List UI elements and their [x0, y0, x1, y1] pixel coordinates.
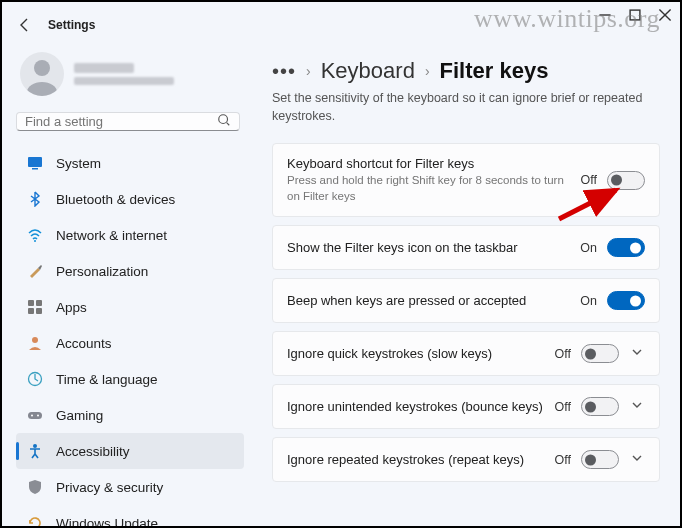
svg-point-18 — [33, 444, 37, 448]
window-title: Settings — [48, 18, 95, 32]
gamepad-icon — [26, 406, 44, 424]
page-subtitle: Set the sensitivity of the keyboard so i… — [272, 90, 652, 125]
sidebar-item-label: Privacy & security — [56, 480, 163, 495]
sidebar-item-bluetooth[interactable]: Bluetooth & devices — [16, 181, 244, 217]
sidebar-item-apps[interactable]: Apps — [16, 289, 244, 325]
svg-point-13 — [32, 337, 38, 343]
sidebar-item-accounts[interactable]: Accounts — [16, 325, 244, 361]
svg-rect-15 — [28, 412, 42, 419]
svg-point-16 — [31, 415, 33, 417]
user-account-row[interactable] — [16, 46, 244, 106]
back-button[interactable] — [16, 16, 34, 34]
toggle-state-label: On — [580, 294, 597, 308]
toggle-state-label: Off — [555, 400, 571, 414]
toggle-switch[interactable] — [581, 344, 619, 363]
setting-title: Ignore unintended keystrokes (bounce key… — [287, 399, 545, 414]
search-input[interactable] — [25, 114, 217, 129]
chevron-right-icon: › — [425, 63, 430, 79]
setting-row: Ignore repeated keystrokes (repeat keys)… — [272, 437, 660, 482]
sidebar-item-label: Network & internet — [56, 228, 167, 243]
chevron-down-icon[interactable] — [629, 346, 645, 361]
svg-line-5 — [227, 123, 230, 126]
toggle-switch[interactable] — [581, 397, 619, 416]
toggle-state-label: On — [580, 241, 597, 255]
maximize-button[interactable] — [628, 8, 642, 22]
avatar — [20, 52, 64, 96]
sidebar-item-label: Windows Update — [56, 516, 158, 529]
window-controls — [598, 8, 672, 22]
svg-rect-10 — [36, 300, 42, 306]
toggle-switch[interactable] — [607, 291, 645, 310]
breadcrumb-current: Filter keys — [440, 58, 549, 84]
sidebar-item-gaming[interactable]: Gaming — [16, 397, 244, 433]
toggle-state-label: Off — [555, 453, 571, 467]
setting-row: Beep when keys are pressed or acceptedOn — [272, 278, 660, 323]
sidebar-item-privacy[interactable]: Privacy & security — [16, 469, 244, 505]
nav-list: System Bluetooth & devices Network & int… — [16, 145, 244, 528]
svg-point-17 — [37, 415, 39, 417]
svg-point-8 — [34, 240, 36, 242]
sidebar-item-personalization[interactable]: Personalization — [16, 253, 244, 289]
sidebar-item-label: Time & language — [56, 372, 158, 387]
search-box[interactable] — [16, 112, 240, 131]
minimize-button[interactable] — [598, 8, 612, 22]
user-text — [74, 63, 174, 85]
setting-row: Show the Filter keys icon on the taskbar… — [272, 225, 660, 270]
toggle-switch[interactable] — [581, 450, 619, 469]
svg-rect-9 — [28, 300, 34, 306]
toggle-switch[interactable] — [607, 238, 645, 257]
sidebar-item-label: Accessibility — [56, 444, 130, 459]
setting-title: Beep when keys are pressed or accepted — [287, 293, 570, 308]
sidebar-item-label: System — [56, 156, 101, 171]
setting-row: Ignore quick keystrokes (slow keys)Off — [272, 331, 660, 376]
chevron-down-icon[interactable] — [629, 452, 645, 467]
sidebar-item-accessibility[interactable]: Accessibility — [16, 433, 244, 469]
bluetooth-icon — [26, 190, 44, 208]
breadcrumb-parent[interactable]: Keyboard — [321, 58, 415, 84]
toggle-state-label: Off — [555, 347, 571, 361]
person-icon — [26, 334, 44, 352]
paintbrush-icon — [26, 262, 44, 280]
sidebar-item-label: Bluetooth & devices — [56, 192, 175, 207]
setting-title: Show the Filter keys icon on the taskbar — [287, 240, 570, 255]
search-icon[interactable] — [217, 113, 231, 130]
sidebar-item-time-language[interactable]: Time & language — [16, 361, 244, 397]
svg-rect-11 — [28, 308, 34, 314]
titlebar: Settings — [2, 2, 680, 42]
setting-row: Ignore unintended keystrokes (bounce key… — [272, 384, 660, 429]
setting-description: Press and hold the right Shift key for 8… — [287, 173, 571, 204]
main-content: ••• › Keyboard › Filter keys Set the sen… — [252, 42, 680, 526]
svg-rect-7 — [32, 168, 38, 170]
sidebar-item-windows-update[interactable]: Windows Update — [16, 505, 244, 528]
user-email-redacted — [74, 77, 174, 85]
svg-point-4 — [219, 115, 228, 124]
setting-title: Keyboard shortcut for Filter keys — [287, 156, 571, 171]
sidebar-item-label: Gaming — [56, 408, 103, 423]
breadcrumb: ••• › Keyboard › Filter keys — [272, 58, 660, 84]
sidebar-item-label: Personalization — [56, 264, 148, 279]
breadcrumb-more-button[interactable]: ••• — [272, 60, 296, 83]
setting-title: Ignore repeated keystrokes (repeat keys) — [287, 452, 545, 467]
shield-icon — [26, 478, 44, 496]
sidebar-item-label: Accounts — [56, 336, 112, 351]
chevron-down-icon[interactable] — [629, 399, 645, 414]
accessibility-icon — [26, 442, 44, 460]
globe-clock-icon — [26, 370, 44, 388]
setting-title: Ignore quick keystrokes (slow keys) — [287, 346, 545, 361]
svg-rect-6 — [28, 157, 42, 167]
setting-row: Keyboard shortcut for Filter keysPress a… — [272, 143, 660, 217]
wifi-icon — [26, 226, 44, 244]
sidebar-item-network[interactable]: Network & internet — [16, 217, 244, 253]
system-icon — [26, 154, 44, 172]
user-name-redacted — [74, 63, 134, 73]
sidebar-item-system[interactable]: System — [16, 145, 244, 181]
toggle-state-label: Off — [581, 173, 597, 187]
svg-rect-12 — [36, 308, 42, 314]
close-button[interactable] — [658, 8, 672, 22]
update-icon — [26, 514, 44, 528]
toggle-switch[interactable] — [607, 171, 645, 190]
sidebar-item-label: Apps — [56, 300, 87, 315]
sidebar: System Bluetooth & devices Network & int… — [2, 42, 252, 526]
chevron-right-icon: › — [306, 63, 311, 79]
svg-rect-1 — [630, 10, 640, 20]
